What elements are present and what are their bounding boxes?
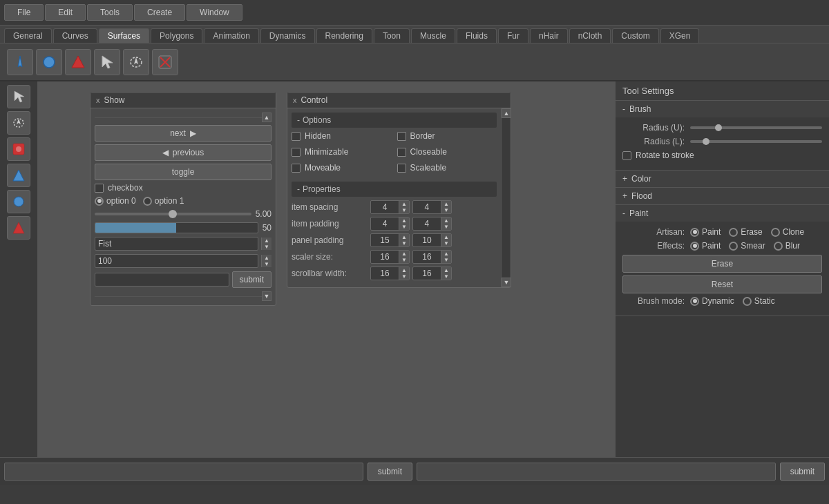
ss-dn1[interactable]: ▼	[399, 257, 409, 263]
mask-icon[interactable]	[65, 49, 91, 75]
control-scroll-up[interactable]: ▲	[502, 108, 511, 118]
control-scroll-dn[interactable]: ▼	[502, 278, 511, 287]
show-submit-btn[interactable]: submit	[232, 271, 271, 288]
flood-section-header[interactable]: + Flood	[616, 188, 829, 204]
tab-general[interactable]: General	[4, 28, 52, 43]
hundred-spin-dn[interactable]: ▼	[261, 261, 271, 267]
prev-btn[interactable]: ◀ previous	[95, 144, 271, 161]
sidebar-paint-icon[interactable]	[7, 137, 30, 161]
fist-spin-up[interactable]: ▲	[261, 238, 271, 244]
closeable-cb[interactable]	[397, 148, 406, 157]
color-section-header[interactable]: + Color	[616, 171, 829, 187]
tab-toon[interactable]: Toon	[374, 28, 410, 43]
next-btn[interactable]: next ▶	[95, 125, 271, 142]
toggle-btn[interactable]: toggle	[95, 164, 271, 180]
tab-xgen[interactable]: XGen	[660, 28, 700, 43]
paint-section-header[interactable]: - Paint	[616, 205, 829, 222]
sidebar-select-icon[interactable]	[7, 85, 30, 108]
is-dn1[interactable]: ▼	[399, 207, 409, 213]
effects-paint-opt[interactable]: Paint	[690, 241, 721, 251]
ss-dn2[interactable]: ▼	[441, 257, 451, 263]
bottom-submit-right[interactable]: submit	[780, 463, 825, 481]
sidebar-sphere-icon[interactable]	[7, 190, 30, 213]
brush-mode-static-opt[interactable]: Static	[743, 296, 775, 306]
artisan-erase-opt[interactable]: Erase	[729, 227, 762, 237]
control-panel-close[interactable]: x	[293, 96, 297, 104]
tab-fluids[interactable]: Fluids	[457, 28, 497, 43]
fist-spin-dn[interactable]: ▼	[261, 244, 271, 250]
effects-blur-opt[interactable]: Blur	[774, 241, 800, 251]
tab-curves[interactable]: Curves	[53, 28, 97, 43]
ip-dn2[interactable]: ▼	[441, 224, 451, 230]
reset-btn[interactable]: Reset	[622, 275, 822, 293]
sw-dn2[interactable]: ▼	[441, 273, 451, 280]
tab-nhair[interactable]: nHair	[530, 28, 568, 43]
radio-option0[interactable]: option 0	[95, 196, 136, 206]
ss-up1[interactable]: ▲	[399, 251, 409, 257]
edit-menu[interactable]: Edit	[45, 4, 86, 21]
submit-text-input[interactable]	[95, 273, 229, 287]
artisan-clone-opt[interactable]: Clone	[771, 227, 804, 237]
canvas-area[interactable]: x Show ▲ next ▶ ◀ previous toggle	[38, 81, 615, 457]
tab-polygons[interactable]: Polygons	[151, 28, 202, 43]
sw-up1[interactable]: ▲	[399, 267, 409, 273]
show-scroll-up[interactable]: ▲	[262, 113, 271, 122]
hundred-spin-up[interactable]: ▲	[261, 255, 271, 261]
show-scroll-dn[interactable]: ▼	[262, 291, 271, 301]
select-arrow-icon[interactable]	[94, 49, 120, 75]
tab-ncloth[interactable]: nCloth	[569, 28, 611, 43]
sphere-icon[interactable]	[36, 49, 62, 75]
tab-animation[interactable]: Animation	[204, 28, 258, 43]
tab-dynamics[interactable]: Dynamics	[260, 28, 315, 43]
radius-l-slider[interactable]	[690, 140, 822, 143]
hidden-cb[interactable]	[292, 132, 301, 141]
sidebar-lasso-icon[interactable]	[7, 111, 30, 135]
file-menu[interactable]: File	[4, 4, 44, 21]
pp-up1[interactable]: ▲	[399, 234, 409, 240]
radio-option1[interactable]: option 1	[143, 196, 184, 206]
pp-dn2[interactable]: ▼	[441, 240, 451, 246]
sw-dn1[interactable]: ▼	[399, 273, 409, 280]
sidebar-mask-icon[interactable]	[7, 216, 30, 240]
scaleable-cb[interactable]	[397, 164, 406, 173]
ip-dn1[interactable]: ▼	[399, 224, 409, 230]
sw-up2[interactable]: ▲	[441, 267, 451, 273]
create-menu[interactable]: Create	[134, 4, 185, 21]
moveable-cb[interactable]	[292, 164, 301, 173]
is-up2[interactable]: ▲	[441, 201, 451, 207]
ip-up2[interactable]: ▲	[441, 217, 451, 224]
tab-fur[interactable]: Fur	[498, 28, 528, 43]
rotate-stroke-checkbox[interactable]	[622, 151, 631, 160]
pp-dn1[interactable]: ▼	[399, 240, 409, 246]
hundred-input[interactable]	[95, 254, 258, 268]
tools-menu[interactable]: Tools	[87, 4, 133, 21]
tab-custom[interactable]: Custom	[612, 28, 658, 43]
brush-mode-dynamic-opt[interactable]: Dynamic	[690, 296, 734, 306]
radius-u-slider[interactable]	[690, 126, 822, 129]
show-slider[interactable]	[95, 213, 251, 215]
artisan-paint-opt[interactable]: Paint	[690, 227, 721, 237]
paint-select-icon[interactable]	[152, 49, 178, 75]
effects-smear-opt[interactable]: Smear	[729, 241, 765, 251]
tab-rendering[interactable]: Rendering	[316, 28, 372, 43]
ip-up1[interactable]: ▲	[399, 217, 409, 224]
lasso-select-icon[interactable]	[123, 49, 149, 75]
bottom-submit-left[interactable]: submit	[368, 463, 412, 481]
is-dn2[interactable]: ▼	[441, 207, 451, 213]
brush-section-header[interactable]: - Brush	[616, 101, 829, 117]
erase-btn[interactable]: Erase	[622, 255, 822, 273]
show-panel-close[interactable]: x	[96, 96, 100, 104]
pp-up2[interactable]: ▲	[441, 234, 451, 240]
ss-up2[interactable]: ▲	[441, 251, 451, 257]
bottom-input-left[interactable]	[4, 463, 363, 481]
tab-surfaces[interactable]: Surfaces	[99, 28, 149, 43]
window-menu[interactable]: Window	[187, 4, 242, 21]
is-up1[interactable]: ▲	[399, 201, 409, 207]
sidebar-cone-icon[interactable]	[7, 164, 30, 187]
border-cb[interactable]	[397, 132, 406, 141]
checkbox-box[interactable]	[95, 184, 104, 193]
tab-muscle[interactable]: Muscle	[411, 28, 455, 43]
fist-input[interactable]	[95, 237, 258, 251]
bottom-input-right[interactable]	[417, 463, 776, 481]
paint-brush-icon[interactable]	[7, 49, 33, 75]
